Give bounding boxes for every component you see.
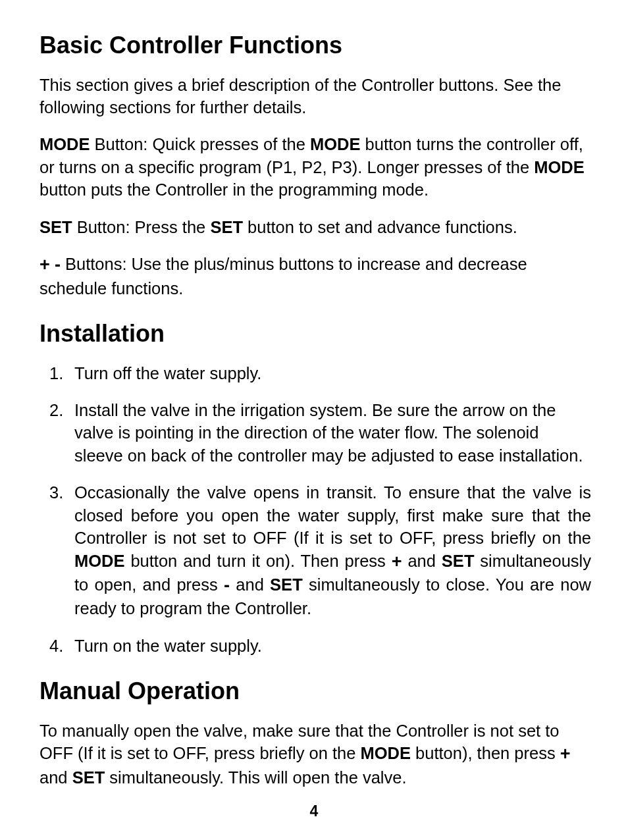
set-label: SET <box>210 218 243 236</box>
text: button puts the Controller in the progra… <box>39 180 429 199</box>
intro-paragraph: This section gives a brief description o… <box>39 74 591 119</box>
heading-manual: Manual Operation <box>39 675 591 708</box>
mode-label: MODE <box>74 552 125 570</box>
text: button to set and advance functions. <box>243 218 517 236</box>
mode-paragraph: MODE Button: Quick presses of the MODE b… <box>39 133 591 201</box>
text: button and turn it on). Then press <box>125 552 392 570</box>
text: and <box>39 768 72 787</box>
text: simultaneously. This will open the valve… <box>105 768 406 787</box>
step-4: Turn on the water supply. <box>74 635 591 657</box>
plus-icon: + <box>392 552 402 571</box>
text: and <box>230 575 270 594</box>
plus-icon: + <box>39 255 50 275</box>
set-label: SET <box>442 552 475 570</box>
mode-label: MODE <box>39 135 90 153</box>
set-paragraph: SET Button: Press the SET button to set … <box>39 216 591 238</box>
text: button), then press <box>411 744 560 762</box>
set-label: SET <box>270 575 303 594</box>
text: Occasionally the valve opens in transit.… <box>74 483 591 547</box>
mode-label: MODE <box>310 135 361 153</box>
document-page: Basic Controller Functions This section … <box>0 0 628 840</box>
heading-basic: Basic Controller Functions <box>39 30 591 62</box>
page-number: 4 <box>0 801 628 822</box>
step-2: Install the valve in the irrigation syst… <box>74 399 591 467</box>
minus-icon: - <box>55 255 61 275</box>
text: Buttons: Use the plus/minus buttons to i… <box>39 255 527 297</box>
plusminus-paragraph: + - Buttons: Use the plus/minus buttons … <box>39 253 591 300</box>
heading-installation: Installation <box>39 318 591 350</box>
step-1: Turn off the water supply. <box>74 362 591 384</box>
installation-steps: Turn off the water supply. Install the v… <box>39 362 591 658</box>
set-label: SET <box>72 768 105 787</box>
plus-icon: + <box>560 744 571 764</box>
minus-icon: - <box>224 575 230 595</box>
manual-paragraph: To manually open the valve, make sure th… <box>39 720 591 789</box>
step-3: Occasionally the valve opens in transit.… <box>74 481 591 620</box>
text: Button: Press the <box>72 218 211 236</box>
mode-label: MODE <box>360 744 411 762</box>
text: Button: Quick presses of the <box>90 135 311 153</box>
text: and <box>402 552 442 570</box>
set-label: SET <box>39 218 72 236</box>
mode-label: MODE <box>534 158 585 176</box>
